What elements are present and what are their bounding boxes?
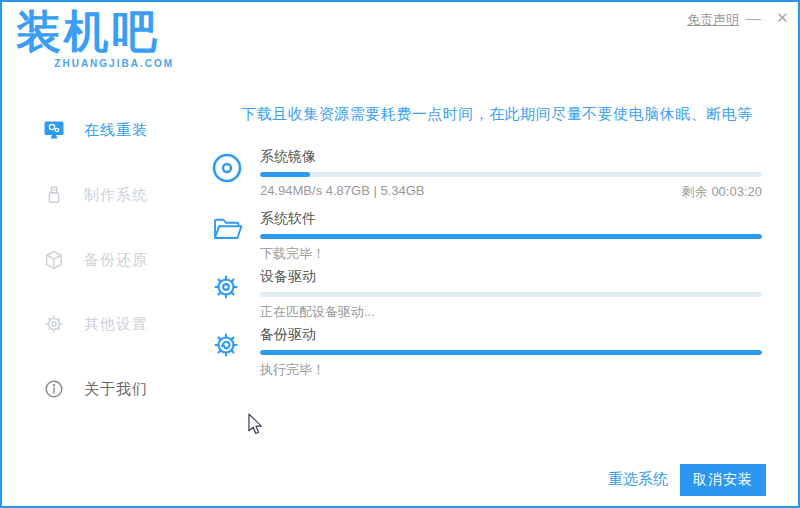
progress-fill: [260, 172, 310, 177]
task-status-left: 24.94MB/s 4.87GB | 5.34GB: [260, 183, 425, 201]
app-window: 装机吧 ZHUANGJIBA.COM 免责声明 — ✕ 在线重装 制作系统: [0, 0, 800, 508]
sidebar-item-other-settings[interactable]: 其他设置: [2, 304, 202, 344]
minimize-button[interactable]: —: [746, 8, 761, 28]
reselect-system-link[interactable]: 重选系统: [608, 470, 668, 489]
task-title: 设备驱动: [260, 268, 762, 286]
sidebar-item-about-us[interactable]: 关于我们: [2, 369, 202, 409]
task-status-left: 下载完毕！: [260, 245, 325, 263]
task-title: 备份驱动: [260, 326, 762, 344]
sidebar-item-label: 在线重装: [84, 121, 148, 140]
info-icon: [42, 377, 66, 401]
progress-bar: [260, 350, 762, 355]
usb-drive-icon: [42, 183, 66, 207]
sidebar-item-make-system[interactable]: 制作系统: [2, 175, 202, 215]
app-logo-title: 装机吧: [16, 6, 174, 58]
gear-refresh-icon: [211, 330, 243, 362]
task-status-right: 剩余 00:03:20: [682, 183, 762, 201]
app-logo-subtitle: ZHUANGJIBA.COM: [16, 58, 174, 69]
task-title: 系统软件: [260, 210, 762, 228]
gear-icon: [42, 312, 66, 336]
folder-open-icon: [211, 214, 243, 246]
app-logo: 装机吧 ZHUANGJIBA.COM: [16, 6, 174, 69]
progress-bar: [260, 172, 762, 177]
monitor-icon: [42, 118, 66, 142]
progress-bar: [260, 234, 762, 239]
disclaimer-link[interactable]: 免责声明: [687, 11, 739, 29]
cancel-install-button[interactable]: 取消安装: [680, 464, 766, 496]
sidebar-item-label: 制作系统: [84, 186, 148, 205]
mouse-cursor: [247, 413, 263, 435]
task-title: 系统镜像: [260, 148, 762, 166]
sidebar-item-label: 关于我们: [84, 380, 148, 399]
gear-icon: [211, 272, 243, 304]
backup-box-icon: [42, 248, 66, 272]
notice-text: 下载且收集资源需要耗费一点时间，在此期间尽量不要使电脑休眠、断电等: [212, 105, 782, 124]
sidebar-item-label: 其他设置: [84, 315, 148, 334]
sidebar-item-label: 备份还原: [84, 251, 148, 270]
task-status-left: 执行完毕！: [260, 361, 325, 379]
progress-fill: [260, 350, 762, 355]
sidebar-item-backup-restore[interactable]: 备份还原: [2, 240, 202, 280]
task-status-left: 正在匹配设备驱动...: [260, 303, 375, 321]
close-button[interactable]: ✕: [776, 8, 789, 28]
progress-bar: [260, 292, 762, 297]
progress-fill: [260, 234, 762, 239]
disc-icon: [211, 152, 243, 184]
sidebar-item-online-reinstall[interactable]: 在线重装: [2, 110, 202, 150]
